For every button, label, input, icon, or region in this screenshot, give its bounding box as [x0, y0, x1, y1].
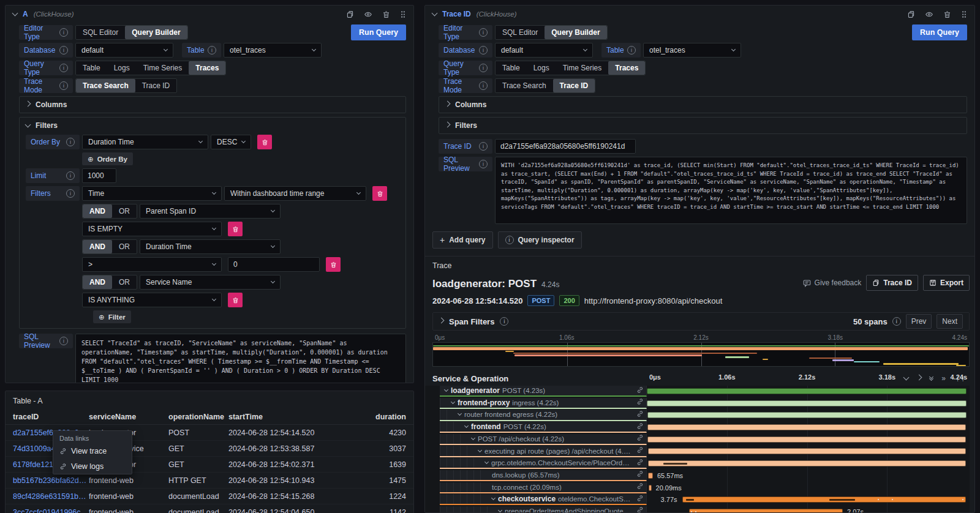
query-inspector-button[interactable]: iQuery inspector — [498, 231, 582, 249]
trace-id-button[interactable]: Trace ID — [866, 275, 918, 291]
span-name-cell[interactable]: router frontend egress (4.22s) — [440, 410, 647, 421]
chevron-down-icon[interactable] — [458, 411, 462, 416]
span-bar[interactable] — [647, 424, 966, 430]
span-link-icon[interactable] — [636, 495, 646, 504]
span-name-cell[interactable]: grpc.oteldemo.CheckoutService/PlaceOrder… — [440, 458, 647, 469]
span-row[interactable]: router frontend egress (4.22s) — [432, 410, 970, 422]
limit-input[interactable] — [82, 168, 116, 183]
span-link-icon[interactable] — [636, 482, 646, 492]
option-sql-editor[interactable]: SQL Editor — [76, 26, 125, 39]
info-icon[interactable]: i — [627, 46, 636, 54]
col-header-servicename[interactable]: serviceName — [89, 413, 168, 421]
chevron-down-icon[interactable] — [491, 496, 496, 500]
col-header-traceid[interactable]: traceID — [13, 413, 89, 421]
option-or[interactable]: OR — [112, 275, 137, 289]
span-row[interactable]: loadgeneratorPOST (4.23s) — [432, 386, 970, 398]
filter-field-select[interactable]: Time — [82, 186, 222, 201]
option-table[interactable]: Table — [76, 61, 107, 75]
run-query-button[interactable]: Run Query — [912, 24, 967, 40]
option-trace-id[interactable]: Trace ID — [553, 79, 595, 92]
span-name-cell[interactable]: checkoutserviceoteldemo.CheckoutService/… — [440, 494, 647, 505]
span-name-cell[interactable]: frontendPOST (4.22s) — [440, 422, 647, 433]
order-by-field-select[interactable]: Duration Time — [82, 135, 208, 149]
chevron-right-icon[interactable] — [439, 318, 445, 324]
remove-condition-button[interactable] — [228, 222, 243, 236]
remove-condition-button[interactable] — [228, 293, 243, 307]
span-row[interactable]: grpc.oteldemo.CheckoutService/PlaceOrder… — [432, 458, 970, 470]
info-icon[interactable]: i — [479, 142, 488, 151]
option-trace-id[interactable]: Trace ID — [135, 79, 177, 92]
span-bar[interactable] — [648, 448, 966, 454]
order-by-direction-select[interactable]: DESC — [211, 135, 251, 149]
option-trace-search[interactable]: Trace Search — [496, 79, 553, 92]
option-table[interactable]: Table — [496, 61, 527, 75]
view-trace-link[interactable]: View trace — [53, 443, 132, 459]
span-link-icon[interactable] — [636, 446, 646, 455]
info-icon[interactable]: i — [479, 160, 488, 168]
span-row[interactable]: frontendPOST (4.22s) — [432, 422, 970, 434]
prev-button[interactable]: Prev — [906, 314, 932, 329]
collapse-panel-icon[interactable] — [432, 10, 438, 17]
span-bar[interactable] — [647, 436, 966, 443]
give-feedback-link[interactable]: Give feedback — [803, 279, 862, 287]
table-select[interactable]: otel_traces — [224, 43, 322, 58]
option-trace-search[interactable]: Trace Search — [76, 79, 135, 92]
drag-handle-icon[interactable] — [961, 10, 967, 18]
view-logs-link[interactable]: View logs — [53, 459, 132, 474]
col-header-starttime[interactable]: startTime — [228, 413, 346, 421]
span-bar[interactable] — [649, 485, 651, 491]
trace-minimap[interactable] — [432, 342, 970, 367]
hide-query-icon[interactable] — [364, 10, 372, 18]
chevron-down-icon[interactable] — [444, 388, 448, 392]
condition-field-select[interactable]: Service Name — [140, 275, 281, 290]
span-row[interactable]: prepareOrderItemsAndShippingQuoteFromCar… — [432, 506, 970, 513]
info-icon[interactable]: i — [479, 64, 488, 72]
span-row[interactable]: executing api route (pages) /api/checkou… — [432, 446, 970, 458]
span-row[interactable]: POST /api/checkout (4.22s) — [432, 434, 970, 446]
filters-section[interactable]: Filters — [439, 117, 967, 134]
delete-query-icon[interactable] — [382, 10, 390, 18]
span-link-icon[interactable] — [636, 434, 646, 443]
run-query-button[interactable]: Run Query — [351, 24, 406, 40]
trace-id-link[interactable]: 89cf4286e631591b4... — [13, 492, 89, 501]
option-traces[interactable]: Traces — [608, 61, 645, 75]
span-row[interactable]: dns.lookup (65.57ms)65.57ms — [432, 470, 970, 482]
condition-value-input[interactable] — [228, 257, 320, 272]
option-and[interactable]: AND — [83, 240, 112, 253]
trace-id-input[interactable] — [495, 139, 636, 154]
info-icon[interactable]: i — [59, 46, 68, 54]
span-link-icon[interactable] — [636, 459, 646, 468]
option-query-builder[interactable]: Query Builder — [125, 26, 187, 39]
condition-operator-select[interactable]: IS EMPTY — [82, 222, 222, 236]
option-traces[interactable]: Traces — [189, 61, 225, 75]
chevron-down-icon[interactable] — [464, 424, 469, 428]
span-bar[interactable] — [648, 473, 653, 479]
next-button[interactable]: Next — [937, 314, 963, 329]
info-icon[interactable]: i — [479, 81, 488, 90]
info-icon[interactable]: i — [892, 317, 901, 326]
drag-handle-icon[interactable] — [400, 10, 406, 18]
filters-section-header[interactable]: Filters — [26, 118, 399, 133]
chevron-down-icon[interactable] — [478, 447, 482, 452]
span-name-cell[interactable]: prepareOrderItemsAndShippingQuoteFromCar… — [440, 506, 647, 513]
remove-filter-button[interactable] — [372, 186, 387, 201]
hide-query-icon[interactable] — [925, 10, 933, 18]
columns-section[interactable]: Columns — [439, 96, 967, 113]
trace-id-link[interactable]: bb5167b236bfa62d1... — [13, 476, 89, 485]
chevron-down-icon[interactable] — [471, 436, 475, 440]
option-time-series[interactable]: Time Series — [137, 61, 189, 75]
span-bar[interactable] — [647, 400, 967, 406]
span-name-cell[interactable]: executing api route (pages) /api/checkou… — [440, 446, 647, 457]
chevron-down-icon[interactable] — [484, 460, 489, 464]
table-select[interactable]: otel_traces — [643, 43, 741, 58]
span-row[interactable]: checkoutserviceoteldemo.CheckoutService/… — [432, 494, 970, 506]
add-order-by-button[interactable]: ⊕Order By — [82, 152, 133, 165]
remove-order-by-button[interactable] — [257, 135, 272, 149]
info-icon[interactable]: i — [66, 171, 75, 180]
info-icon[interactable]: i — [66, 189, 75, 198]
option-logs[interactable]: Logs — [107, 61, 137, 75]
option-query-builder[interactable]: Query Builder — [545, 26, 606, 39]
chevron-down-icon[interactable] — [498, 508, 502, 512]
chevron-down-icon[interactable] — [451, 400, 455, 404]
info-icon[interactable]: i — [500, 317, 508, 326]
